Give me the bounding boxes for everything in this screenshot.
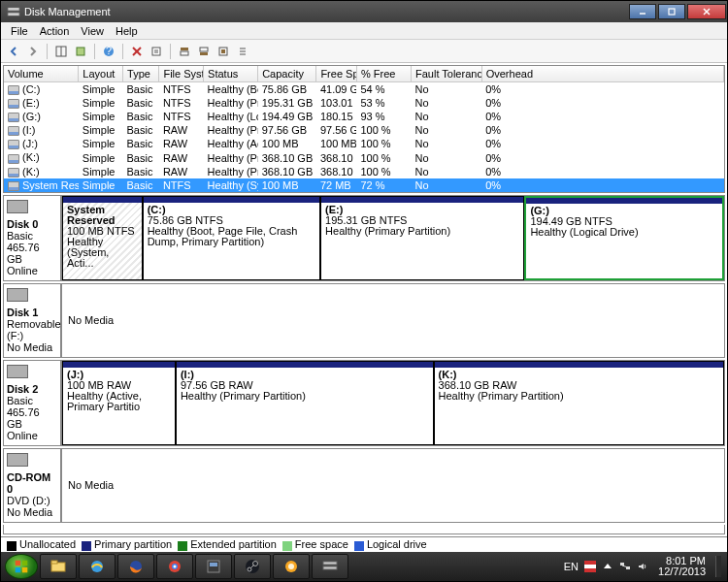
delete-icon[interactable] [128,43,146,60]
svg-rect-3 [669,9,675,15]
svg-rect-40 [323,562,337,565]
volume-icon [8,140,19,149]
empty-area [3,525,725,534]
legend-unallocated: Unallocated [19,538,76,550]
start-button[interactable] [5,554,38,579]
disk-header[interactable]: Disk 2Basic465.76 GBOnline [4,361,62,445]
taskbar-app2[interactable] [273,554,310,579]
volume-row[interactable]: (J:)SimpleBasicRAWHealthy (Act...100 MB1… [4,137,724,150]
column-header[interactable]: Capacity [258,66,316,82]
tray-lang[interactable]: EN [564,561,579,572]
back-button[interactable] [5,43,22,60]
partition[interactable]: (C:)75.86 GB NTFSHealthy (Boot, Page Fil… [143,196,320,280]
svg-rect-21 [221,49,225,53]
volume-icon [8,154,19,164]
partition[interactable]: (G:)194.49 GB NTFSHealthy (Logical Drive… [524,196,724,280]
column-header[interactable]: % Free [356,66,411,82]
disk-graphical-view: Disk 0Basic465.76 GBOnlineSystem Reserve… [1,193,727,523]
column-header[interactable]: Layout [79,66,123,82]
svg-rect-44 [584,568,596,572]
properties-icon[interactable] [148,43,165,60]
help-icon[interactable]: ? [100,43,117,60]
volume-row[interactable]: (K:)SimpleBasicRAWHealthy (Pri...368.10 … [4,150,724,164]
view-details-icon[interactable] [52,43,70,60]
volume-icon [8,168,19,178]
column-header[interactable]: Free Spa... [316,66,357,82]
volume-row[interactable]: (E:)SimpleBasicNTFSHealthy (Pri...195.31… [4,96,724,110]
column-header[interactable]: Fault Tolerance [412,66,482,82]
forward-button[interactable] [24,43,42,60]
close-button[interactable] [687,4,726,19]
tray-network-icon[interactable] [619,561,631,572]
minimize-button[interactable] [629,4,656,19]
volume-row[interactable]: (I:)SimpleBasicRAWHealthy (Pri...97.56 G… [4,123,724,137]
maximize-button[interactable] [658,4,685,19]
tray-flag-icon[interactable] [584,561,596,572]
disk-header[interactable]: Disk 1Removable (F:)No Media [4,284,62,357]
menu-action[interactable]: Action [34,23,76,39]
partition[interactable]: System Reserved100 MB NTFSHealthy (Syste… [62,196,143,280]
menu-bar: File Action View Help [1,22,727,40]
taskbar-explorer[interactable] [40,554,77,579]
disk-panel: Disk 1Removable (F:)No MediaNo Media [3,283,725,358]
menu-file[interactable]: File [5,23,34,39]
partition[interactable]: (J:)100 MB RAWHealthy (Active, Primary P… [62,361,176,445]
svg-rect-33 [210,563,217,566]
svg-rect-16 [181,48,188,50]
volume-row[interactable]: System ReservedSimpleBasicNTFSHealthy (S… [4,178,724,192]
svg-point-39 [288,564,294,569]
view-top-icon[interactable] [176,43,193,60]
volume-icon [8,126,19,136]
menu-view[interactable]: View [75,23,110,39]
settings-icon[interactable] [215,43,232,60]
volume-row[interactable]: (G:)SimpleBasicNTFSHealthy (Lo...194.49 … [4,110,724,123]
window-title: Disk Management [24,6,111,17]
legend-primary: Primary partition [94,538,172,550]
svg-rect-0 [8,8,19,12]
volume-list[interactable]: VolumeLayoutTypeFile SystemStatusCapacit… [3,65,725,193]
legend: Unallocated Primary partition Extended p… [1,536,727,552]
svg-rect-1 [8,13,19,16]
show-desktop-button[interactable] [715,556,721,577]
refresh-icon[interactable] [72,43,89,60]
tray-sound-icon[interactable] [637,561,648,572]
volume-row[interactable]: (K:)SimpleBasicRAWHealthy (Pri...368.10 … [4,165,724,178]
no-media-area[interactable]: No Media [62,449,724,522]
system-tray[interactable]: EN 8:01 PM 12/7/2013 [564,556,725,577]
taskbar-diskmgmt[interactable] [312,554,348,579]
column-header[interactable]: File System [159,66,204,82]
partition[interactable]: (I:)97.56 GB RAWHealthy (Primary Partiti… [176,361,434,445]
partition[interactable]: (K:)368.10 GB RAWHealthy (Primary Partit… [434,361,724,445]
taskbar-ie[interactable] [79,554,116,579]
column-header[interactable]: Overhead [481,66,723,82]
svg-rect-13 [152,48,160,55]
disk-icon [7,288,28,302]
toolbar: ? [1,40,727,63]
column-header[interactable]: Status [204,66,258,82]
svg-point-31 [174,566,177,568]
svg-rect-43 [584,561,596,565]
legend-extended: Extended partition [190,538,277,550]
no-media-area[interactable]: No Media [62,284,724,357]
partition[interactable]: (E:)195.31 GB NTFSHealthy (Primary Parti… [320,196,524,280]
volume-row[interactable]: (C:)SimpleBasicNTFSHealthy (Bo...75.86 G… [4,82,724,97]
view-bottom-icon[interactable] [195,43,213,60]
svg-rect-17 [181,51,188,55]
disk-panel: Disk 0Basic465.76 GBOnlineSystem Reserve… [3,195,725,281]
taskbar-app1[interactable] [195,554,232,579]
svg-text:?: ? [106,46,112,56]
tray-clock[interactable]: 8:01 PM 12/7/2013 [654,556,710,577]
taskbar-firefox[interactable] [117,554,154,579]
column-header[interactable]: Type [123,66,159,82]
title-bar: Disk Management [1,1,727,22]
menu-help[interactable]: Help [110,23,144,39]
volume-icon [8,99,19,109]
disk-icon [7,365,28,378]
disk-header[interactable]: CD-ROM 0DVD (D:)No Media [4,449,62,522]
disk-header[interactable]: Disk 0Basic465.76 GBOnline [4,196,62,280]
list-icon[interactable] [234,43,251,60]
tray-up-icon[interactable] [602,561,613,572]
taskbar-steam[interactable] [234,554,271,579]
column-header[interactable]: Volume [4,66,79,82]
taskbar-chrome[interactable] [156,554,193,579]
